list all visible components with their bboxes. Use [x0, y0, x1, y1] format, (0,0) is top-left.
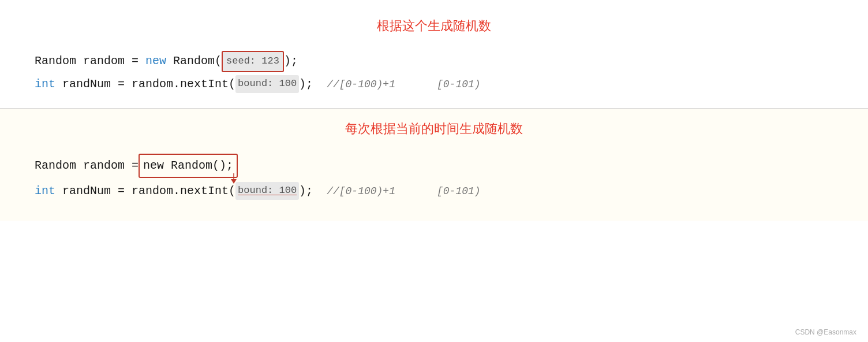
- bottom-line1-new-random: new Random();: [139, 154, 238, 178]
- page-container: 根据这个生成随机数 Random random = new Random(see…: [0, 0, 868, 342]
- bottom-line1: Random random = new Random();: [35, 154, 833, 178]
- bottom-line2: int randNum = random.nextInt(bound: 100)…: [35, 181, 833, 201]
- arrow-down-svg: [225, 173, 242, 184]
- top-line2-kw: int: [35, 75, 55, 94]
- watermark: CSDN @Easonmax: [795, 328, 856, 336]
- top-line1-prefix: Random random = new Random(: [35, 51, 222, 71]
- top-title: 根据这个生成随机数: [35, 17, 833, 35]
- top-line1-seed-param: seed: 123: [222, 51, 284, 72]
- bottom-line2-comment2: [0-101): [437, 183, 481, 200]
- top-line1: Random random = new Random(seed: 123);: [35, 51, 833, 72]
- svg-marker-1: [231, 179, 237, 184]
- top-line2: int randNum = random.nextInt(bound: 100)…: [35, 75, 833, 94]
- section-bottom: 每次根据当前的时间生成随机数 Random random = new Rando…: [0, 109, 868, 221]
- top-code-block: Random random = new Random(seed: 123); i…: [35, 51, 833, 94]
- bottom-line1-prefix: Random random =: [35, 156, 139, 176]
- bottom-line2-comment: //[0-100)+1: [327, 183, 395, 200]
- top-line2-comment2: [0-101): [437, 76, 481, 94]
- top-line1-suffix: );: [284, 51, 298, 71]
- bottom-code-block: Random random = new Random(); int randNu…: [35, 154, 833, 201]
- bottom-line2-suffix: );: [299, 181, 313, 201]
- top-line2-comment: //[0-100)+1: [327, 76, 395, 94]
- top-line2-rest: randNum = random.nextInt(: [55, 75, 235, 94]
- bottom-line2-rest: randNum = random.nextInt(: [55, 181, 235, 201]
- top-line2-suffix: );: [299, 75, 313, 94]
- section-top: 根据这个生成随机数 Random random = new Random(see…: [0, 0, 868, 108]
- bottom-line2-kw: int: [35, 181, 55, 201]
- bottom-title: 每次根据当前的时间生成随机数: [35, 120, 833, 137]
- bottom-line2-bound-param: bound: 100: [235, 182, 299, 200]
- top-line2-bound-param: bound: 100: [235, 75, 299, 93]
